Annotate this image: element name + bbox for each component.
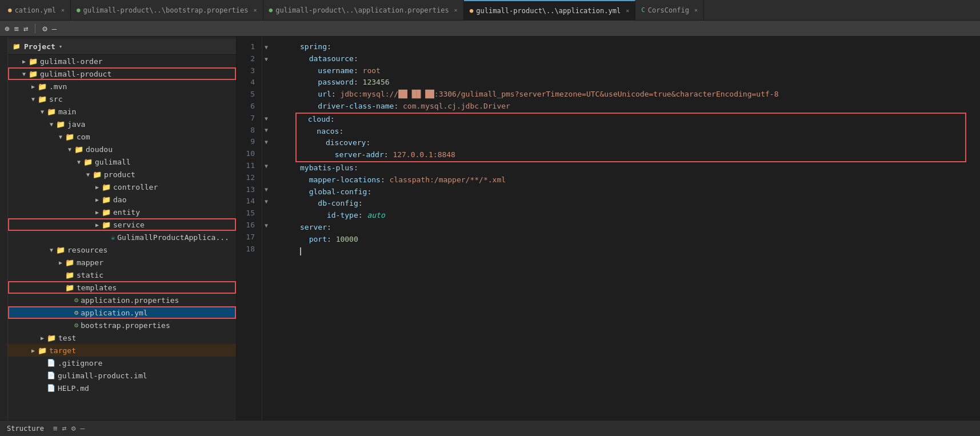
tree-item-label: entity [113,208,140,217]
split-icon[interactable]: ⇄ [23,24,28,33]
yaml-colon: : [327,234,336,246]
tree-item-gulimall-product[interactable]: ▼ 📁 gulimall-product [8,67,236,80]
tree-arrow-icon: ▶ [29,347,38,354]
tree-item-service[interactable]: ▶ 📁 service [8,218,236,231]
yaml-key: mybatis-plus [300,162,354,174]
tree-item-application-yml[interactable]: ⚙ application.yml [8,306,236,319]
tree-item-templates[interactable]: 📁 templates [8,281,236,294]
tree-item-label: .mvn [49,82,67,91]
tree-item-com[interactable]: ▼ 📁 com [8,130,236,143]
java-file-icon: ☕ [111,233,115,241]
split-icon[interactable]: ⇄ [62,424,67,433]
tree-item-bootstrap-properties[interactable]: ⚙ bootstrap.properties [8,319,236,331]
list-icon[interactable]: ≡ [53,424,58,433]
folder-icon: 📁 [83,158,93,166]
yaml-icon: ● [8,6,12,14]
fold-marker-2[interactable]: ▼ [262,53,291,65]
indent [300,53,309,65]
tree-item-app-class[interactable]: ☕ GulimallProductApplica... [8,231,236,243]
fold-marker-16[interactable]: ▼ [262,219,291,231]
close-icon[interactable]: ✕ [454,7,458,13]
yaml-colon: : [358,210,367,222]
fold-marker-8[interactable]: ▼ [262,125,291,137]
yaml-colon: : [366,137,370,149]
indent [300,89,318,101]
tab-cors-config[interactable]: C CorsConfig ✕ [635,0,704,21]
tree-item-resources[interactable]: ▼ 📁 resources [8,243,236,256]
folder-icon: 📁 [38,346,47,355]
file-tree-sidebar: 📁 Project ▾ ▶ 📁 gulimall-order ▼ 📁 gulim… [8,37,237,420]
status-icons: ≡ ⇄ ⚙ — [53,424,85,433]
tree-item-gulimall[interactable]: ▼ 📁 gulimall [8,155,236,168]
close-icon[interactable]: ✕ [61,7,65,13]
tab-application-props[interactable]: ● gulimall-product\..\application.proper… [263,0,464,21]
tree-item-java[interactable]: ▼ 📁 java [8,118,236,130]
code-line-6: driver-class-name: com.mysql.cj.jdbc.Dri… [300,101,971,113]
tree-item-target[interactable]: ▶ 📁 target [8,344,236,357]
minimize-icon[interactable]: — [52,24,57,33]
close-icon[interactable]: — [81,424,85,433]
close-icon[interactable]: ✕ [626,7,629,14]
tree-item-label: gulimall-product.iml [58,371,147,380]
fold-gutter: ▼ ▼ ▼ ▼ ▼ ▼ ▼ ▼ ▼ [262,37,291,420]
tree-item-static[interactable]: 📁 static [8,269,236,281]
tree-item-test[interactable]: ▶ 📁 test [8,331,236,344]
tree-item-label: bootstrap.properties [81,321,170,330]
tree-item-controller[interactable]: ▶ 📁 controller [8,181,236,193]
tree-arrow-icon: ▶ [93,184,102,190]
tree-item-doudou[interactable]: ▼ 📁 doudou [8,143,236,155]
tab-bootstrap-props[interactable]: ● gulimall-product\..\bootstrap.properti… [71,0,263,21]
yaml-file-icon: ⚙ [74,309,78,317]
code-line-11: mybatis-plus: [300,162,971,174]
tree-item-label: mapper [77,258,103,267]
editor-area[interactable]: 1 2 3 4 5 6 7 8 9 10 11 12 13 14 15 16 1… [237,37,980,420]
tree-item-src[interactable]: ▼ 📁 src [8,93,236,105]
tree-item-iml[interactable]: 📄 gulimall-product.iml [8,369,236,382]
fold-marker-14[interactable]: ▼ [262,195,291,207]
code-line-2: datasource: [300,53,971,65]
indent [300,234,309,246]
tree-item-label: gulimall-product [40,70,111,78]
folder-icon: 📁 [38,95,47,103]
globe-icon[interactable]: ⊕ [5,24,9,33]
folder-icon: 📁 [13,43,21,50]
tree-arrow-icon: ▶ [38,335,47,341]
settings-icon[interactable]: ⚙ [71,424,76,433]
code-line-15: id-type: auto [300,210,971,222]
yaml-colon: : [327,222,331,234]
fold-marker-1[interactable]: ▼ [262,41,291,53]
fold-marker-6 [262,101,291,113]
indent [299,114,308,126]
fold-marker-9[interactable]: ▼ [262,136,291,148]
yaml-key: datasource [309,53,354,65]
project-dropdown-icon[interactable]: ▾ [59,43,63,50]
yaml-colon: : [367,186,371,198]
fold-marker-11[interactable]: ▼ [262,160,291,172]
tree-item-gulimall-order[interactable]: ▶ 📁 gulimall-order [8,55,236,67]
close-icon[interactable]: ✕ [254,7,257,13]
tree-item-mapper[interactable]: ▶ 📁 mapper [8,256,236,269]
tree-arrow-icon: ▼ [56,134,65,140]
folder-icon: 📁 [65,133,74,141]
tab-application-yml[interactable]: ● gulimall-product\..\application.yml ✕ [464,0,636,21]
tree-arrow-icon: ▶ [56,259,65,266]
settings-icon[interactable]: ⚙ [42,24,47,33]
yaml-colon: : [354,65,363,77]
props-file-icon: ⚙ [74,321,78,329]
tree-item-application-properties[interactable]: ⚙ application.properties [8,294,236,306]
tab-cation-yml[interactable]: ● cation.yml ✕ [2,0,71,21]
tree-item-dao[interactable]: ▶ 📁 dao [8,193,236,206]
fold-marker-13[interactable]: ▼ [262,184,291,196]
tree-item-entity[interactable]: ▶ 📁 entity [8,206,236,218]
tree-item-product[interactable]: ▼ 📁 product [8,168,236,181]
close-icon[interactable]: ✕ [694,7,698,13]
list-icon[interactable]: ≡ [14,24,18,33]
fold-marker-7[interactable]: ▼ [262,113,291,125]
code-line-3: username: root [300,65,971,77]
tab-label: CorsConfig [648,6,689,14]
tree-item-main[interactable]: ▼ 📁 main [8,105,236,118]
yaml-colon: : [384,149,393,161]
tree-item-mvn[interactable]: ▶ 📁 .mvn [8,80,236,93]
tree-item-gitignore[interactable]: 📄 .gitignore [8,357,236,369]
tree-item-help-md[interactable]: 📄 HELP.md [8,382,236,394]
